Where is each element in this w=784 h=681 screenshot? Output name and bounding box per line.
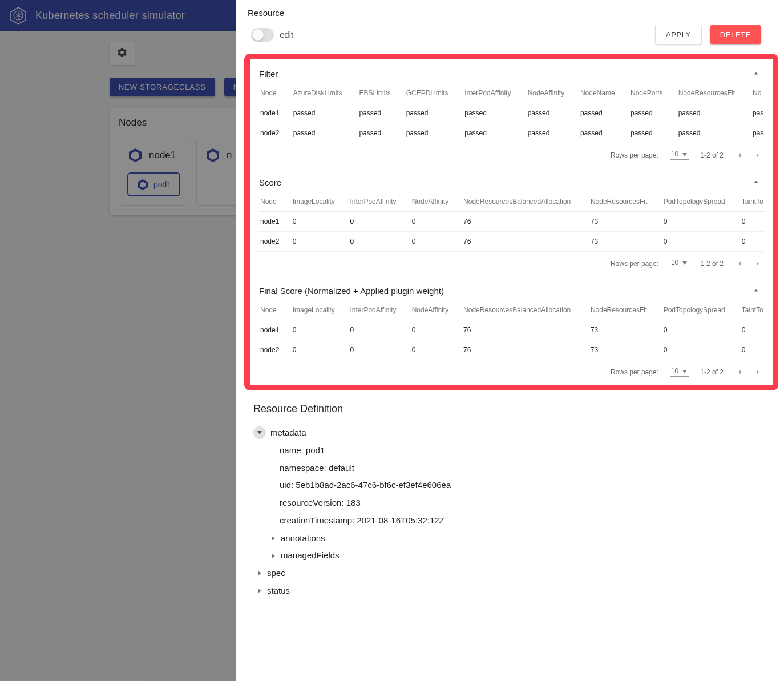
section-filter: FilterNodeAzureDiskLimitsEBSLimitsGCEPDL… <box>250 59 773 168</box>
section-title: Filter <box>259 69 278 79</box>
highlight-region: FilterNodeAzureDiskLimitsEBSLimitsGCEPDL… <box>244 54 778 390</box>
next-page-icon[interactable] <box>753 151 762 160</box>
col-header[interactable]: InterPodAffinity <box>344 192 406 212</box>
section-final: Final Score (Normalized + Applied plugin… <box>250 276 773 385</box>
table-row: node2000767300 <box>258 232 765 252</box>
tree-metadata[interactable]: metadata <box>253 424 767 442</box>
col-header[interactable]: EBSLimits <box>353 83 400 103</box>
next-page-icon[interactable] <box>753 259 762 268</box>
col-header[interactable]: NodeResourcesFit <box>585 192 658 212</box>
cell: node1 <box>258 103 288 123</box>
page-range: 1-2 of 2 <box>700 151 724 159</box>
cell: passed <box>401 103 459 123</box>
cell: passed <box>673 103 747 123</box>
cell: 0 <box>736 212 765 232</box>
tree-node[interactable]: spec <box>245 565 767 582</box>
chevron-up-icon[interactable] <box>751 68 761 79</box>
prev-page-icon[interactable] <box>735 151 744 160</box>
cell: passed <box>575 123 625 143</box>
col-header[interactable]: NodeAffinity <box>406 192 458 212</box>
cell: 0 <box>406 340 458 360</box>
cell: 0 <box>736 232 765 252</box>
cell: passed <box>522 103 575 123</box>
table-row: node1passedpassedpassedpassedpassedpasse… <box>258 103 765 123</box>
svg-marker-16 <box>682 370 687 373</box>
tree-node[interactable]: status <box>245 582 767 600</box>
resource-side-panel: Resource edit APPLY DELETE FilterNodeAzu… <box>236 0 784 681</box>
col-header[interactable]: InterPodAffinity <box>344 300 406 320</box>
svg-marker-15 <box>682 261 687 265</box>
col-header[interactable]: Node <box>258 83 288 103</box>
expand-icon <box>257 570 262 576</box>
expand-icon <box>270 535 276 541</box>
cell: passed <box>353 103 400 123</box>
chevron-up-icon[interactable] <box>751 177 761 187</box>
col-header[interactable]: NodeAffinity <box>522 83 575 103</box>
next-page-icon[interactable] <box>753 368 762 377</box>
tree-node[interactable]: managedFields <box>244 547 767 565</box>
tree-label: managedFields <box>281 547 340 565</box>
col-header[interactable]: NodePorts <box>625 83 673 103</box>
tree-label: spec <box>267 565 285 582</box>
col-header[interactable]: ImageLocality <box>287 300 345 320</box>
expand-icon <box>257 588 262 594</box>
prev-page-icon[interactable] <box>735 259 744 268</box>
edit-toggle[interactable] <box>251 28 274 42</box>
cell: 0 <box>406 320 458 340</box>
page-range: 1-2 of 2 <box>700 260 724 268</box>
apply-button[interactable]: APPLY <box>655 25 702 45</box>
rows-per-page-label: Rows per page: <box>611 260 658 268</box>
col-header[interactable]: NodeResourcesFit <box>673 83 747 103</box>
svg-marker-17 <box>257 431 262 434</box>
col-header[interactable]: Node <box>258 300 287 320</box>
tree-field: namespace: default <box>253 460 767 477</box>
dropdown-icon <box>682 368 688 374</box>
cell: 0 <box>658 212 736 232</box>
cell: passed <box>575 103 625 123</box>
cell: node1 <box>258 212 287 232</box>
col-header[interactable]: TaintTo <box>736 300 765 320</box>
table-row: node2passedpassedpassedpassedpassedpasse… <box>258 123 765 143</box>
data-table: NodeImageLocalityInterPodAffinityNodeAff… <box>258 300 765 360</box>
col-header[interactable]: NodeResourcesBalancedAllocation <box>458 300 585 320</box>
rows-per-page-select[interactable]: 10 <box>670 259 689 268</box>
col-header[interactable]: TaintTo <box>736 192 765 212</box>
rows-per-page-select[interactable]: 10 <box>670 367 689 377</box>
col-header[interactable]: NodeAffinity <box>406 300 458 320</box>
col-header[interactable]: PodTopologySpread <box>658 300 736 320</box>
cell: node2 <box>258 123 288 143</box>
table-footer: Rows per page:101-2 of 2 <box>258 143 765 168</box>
tree-label: metadata <box>270 424 306 442</box>
cell: 0 <box>658 232 736 252</box>
col-header[interactable]: NodeResourcesBalancedAllocation <box>458 192 585 212</box>
cell: 76 <box>458 340 585 360</box>
col-header[interactable]: Node <box>258 192 287 212</box>
col-header[interactable]: InterPodAffinity <box>459 83 522 103</box>
col-header[interactable]: NodeName <box>575 83 625 103</box>
col-header[interactable]: No <box>747 83 765 103</box>
col-header[interactable]: PodTopologySpread <box>658 192 736 212</box>
section-title: Final Score (Normalized + Applied plugin… <box>259 286 444 296</box>
rows-per-page-label: Rows per page: <box>611 151 658 159</box>
cell: 73 <box>585 320 658 340</box>
col-header[interactable]: GCEPDLimits <box>401 83 459 103</box>
rows-per-page-select[interactable]: 10 <box>670 150 689 160</box>
tree-node[interactable]: annotations <box>244 530 767 547</box>
resource-definition: Resource Definition metadata name: pod1n… <box>236 390 784 623</box>
prev-page-icon[interactable] <box>735 368 744 377</box>
col-header[interactable]: AzureDiskLimits <box>288 83 354 103</box>
svg-marker-20 <box>258 571 261 575</box>
cell: 0 <box>736 340 765 360</box>
cell: 0 <box>658 340 736 360</box>
cell: 76 <box>458 212 585 232</box>
chevron-up-icon[interactable] <box>751 285 761 296</box>
dropdown-icon <box>682 151 688 157</box>
cell: node2 <box>258 232 287 252</box>
cell: 0 <box>287 340 345 360</box>
delete-button[interactable]: DELETE <box>710 25 761 44</box>
cell: 76 <box>458 232 585 252</box>
cell: 0 <box>344 320 406 340</box>
cell: 76 <box>458 320 585 340</box>
col-header[interactable]: NodeResourcesFit <box>585 300 658 320</box>
col-header[interactable]: ImageLocality <box>287 192 345 212</box>
